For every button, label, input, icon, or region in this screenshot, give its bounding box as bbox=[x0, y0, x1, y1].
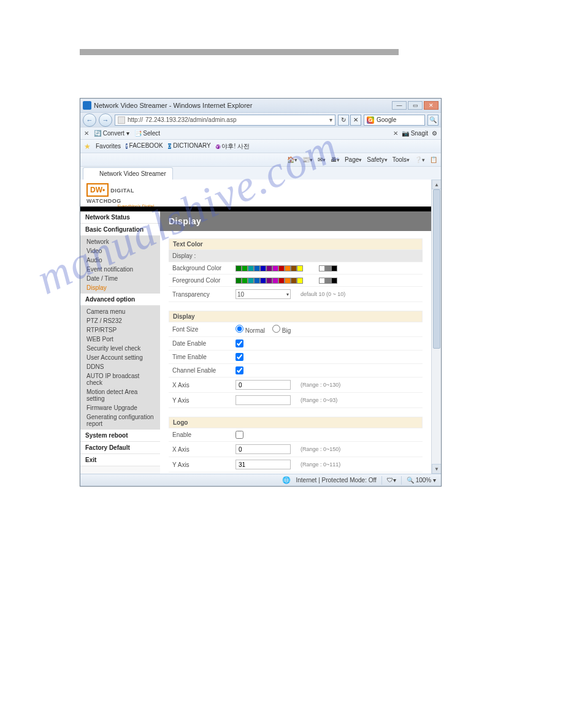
color-swatch[interactable] bbox=[248, 265, 254, 271]
sidebar-advanced-option[interactable]: Advanced option bbox=[80, 294, 160, 306]
home-button[interactable]: 🏠▾ bbox=[287, 156, 297, 163]
back-button[interactable]: ← bbox=[83, 113, 96, 127]
zoom-control[interactable]: 🔍 100% ▾ bbox=[407, 477, 436, 483]
dictionary-bookmark[interactable]: D DICTIONARY bbox=[168, 142, 211, 150]
color-swatch[interactable] bbox=[272, 278, 278, 284]
color-swatch[interactable] bbox=[242, 278, 248, 284]
sidebar-item-ddns[interactable]: DDNS bbox=[80, 362, 160, 371]
sidebar-item-web-port[interactable]: WEB Port bbox=[80, 335, 160, 344]
color-swatch[interactable] bbox=[236, 278, 242, 284]
sidebar-item-motion-detect-area-setting[interactable]: Motion detect Area setting bbox=[80, 387, 160, 403]
logo-enable-checkbox[interactable] bbox=[236, 431, 243, 439]
browser-search-box[interactable]: G Google bbox=[364, 115, 425, 126]
scroll-down-button[interactable]: ▼ bbox=[432, 464, 441, 474]
fg-color-picker-secondary[interactable] bbox=[319, 278, 337, 284]
page-menu[interactable]: Page▾ bbox=[345, 156, 362, 163]
color-swatch[interactable] bbox=[260, 278, 266, 284]
color-swatch[interactable] bbox=[278, 278, 285, 284]
window-maximize-button[interactable]: ▭ bbox=[408, 101, 423, 110]
snagit-button[interactable]: 📷 Snagit bbox=[402, 130, 428, 137]
protected-mode-icon[interactable]: 🛡▾ bbox=[387, 477, 396, 483]
sidebar-item-firmware-upgrade[interactable]: Firmware Upgrade bbox=[80, 403, 160, 412]
print-button[interactable]: 🖶▾ bbox=[331, 156, 340, 163]
sidebar-system-reboot[interactable]: System reboot bbox=[80, 430, 160, 442]
yaxis-input[interactable] bbox=[236, 395, 291, 405]
color-swatch[interactable] bbox=[331, 265, 337, 271]
sidebar-item-generating-configuration-report[interactable]: Generating configuration report bbox=[80, 412, 160, 428]
color-swatch[interactable] bbox=[291, 265, 297, 271]
vertical-scrollbar[interactable]: ▲ ▼ bbox=[431, 180, 441, 474]
color-swatch[interactable] bbox=[254, 278, 260, 284]
date-enable-checkbox[interactable] bbox=[236, 339, 243, 347]
help-button[interactable]: ❔▾ bbox=[415, 156, 425, 163]
sidebar-exit[interactable]: Exit bbox=[80, 454, 160, 466]
favorites-label[interactable]: Favorites bbox=[96, 143, 121, 150]
scroll-track[interactable] bbox=[432, 189, 441, 464]
facebook-bookmark[interactable]: f FACEBOOK bbox=[126, 142, 163, 150]
logo-y-input[interactable] bbox=[236, 460, 291, 469]
extra-button[interactable]: 📋 bbox=[430, 156, 437, 163]
addon-close-button[interactable]: ✕ bbox=[84, 130, 89, 137]
color-swatch[interactable] bbox=[272, 265, 278, 271]
sidebar-item-ptz-rs232[interactable]: PTZ / RS232 bbox=[80, 316, 160, 325]
radio-big[interactable] bbox=[272, 325, 280, 333]
address-dropdown-icon[interactable]: ▾ bbox=[329, 116, 332, 123]
color-swatch[interactable] bbox=[248, 278, 254, 284]
color-swatch[interactable] bbox=[319, 265, 325, 271]
color-swatch[interactable] bbox=[319, 278, 325, 284]
color-swatch[interactable] bbox=[266, 278, 272, 284]
color-swatch[interactable] bbox=[297, 278, 303, 284]
sidebar-item-display[interactable]: Display bbox=[80, 283, 160, 292]
sidebar-item-security-level-check[interactable]: Security level check bbox=[80, 344, 160, 353]
convert-button[interactable]: 🔄 Convert ▾ bbox=[94, 130, 129, 137]
sidebar-item-network[interactable]: Network bbox=[80, 237, 160, 246]
color-swatch[interactable] bbox=[266, 265, 272, 271]
sidebar-item-auto-ip-broadcast-check[interactable]: AUTO IP broadcast check bbox=[80, 371, 160, 387]
color-swatch[interactable] bbox=[331, 278, 337, 284]
color-swatch[interactable] bbox=[285, 265, 291, 271]
sidebar-item-camera-menu[interactable]: Camera menu bbox=[80, 307, 160, 316]
forward-button[interactable]: → bbox=[99, 113, 112, 127]
sidebar-item-audio[interactable]: Audio bbox=[80, 256, 160, 265]
color-swatch[interactable] bbox=[278, 265, 285, 271]
radio-normal[interactable] bbox=[236, 325, 243, 333]
color-swatch[interactable] bbox=[325, 278, 331, 284]
feeds-button[interactable]: 📰▾ bbox=[302, 156, 313, 163]
bg-color-picker[interactable] bbox=[236, 265, 303, 271]
safety-menu[interactable]: Safety▾ bbox=[367, 156, 387, 163]
color-swatch[interactable] bbox=[291, 278, 297, 284]
stop-button[interactable]: ✕ bbox=[350, 115, 361, 126]
sidebar-basic-config[interactable]: Basic Configuration bbox=[80, 224, 160, 236]
mail-button[interactable]: ✉▾ bbox=[318, 156, 326, 163]
yahoo-bookmark[interactable]: Y! 야후! 사전 bbox=[216, 142, 250, 151]
logo-x-input[interactable] bbox=[236, 444, 291, 454]
address-bar[interactable]: http:// 72.243.193.232/admin/admin.asp ▾ bbox=[115, 115, 335, 126]
time-enable-checkbox[interactable] bbox=[236, 353, 243, 361]
tools-menu[interactable]: Tools▾ bbox=[393, 156, 410, 163]
sidebar-item-user-account-setting[interactable]: User Account setting bbox=[80, 353, 160, 362]
transparency-select[interactable]: 10 ▾ bbox=[236, 289, 291, 299]
font-size-big-radio[interactable]: Big bbox=[272, 325, 291, 334]
snagit-close-button[interactable]: ✕ bbox=[393, 130, 398, 137]
sidebar-item-event-notification[interactable]: Event notification bbox=[80, 265, 160, 274]
sidebar-factory-default[interactable]: Factory Default bbox=[80, 442, 160, 454]
scroll-up-button[interactable]: ▲ bbox=[432, 180, 441, 189]
fg-color-picker[interactable] bbox=[236, 278, 303, 284]
sidebar-item-date-time[interactable]: Date / Time bbox=[80, 274, 160, 283]
refresh-button[interactable]: ↻ bbox=[338, 115, 349, 126]
favorites-star-icon[interactable]: ★ bbox=[84, 142, 91, 151]
color-swatch[interactable] bbox=[236, 265, 242, 271]
color-swatch[interactable] bbox=[285, 278, 291, 284]
color-swatch[interactable] bbox=[242, 265, 248, 271]
sidebar-item-video[interactable]: Video bbox=[80, 246, 160, 256]
window-minimize-button[interactable]: — bbox=[392, 101, 407, 110]
channel-enable-checkbox[interactable] bbox=[236, 366, 243, 374]
sidebar-network-status[interactable]: Network Status bbox=[80, 211, 160, 224]
select-button[interactable]: 📑 Select bbox=[134, 130, 161, 137]
font-size-normal-radio[interactable]: Normal bbox=[236, 325, 265, 334]
color-swatch[interactable] bbox=[297, 265, 303, 271]
color-swatch[interactable] bbox=[260, 265, 266, 271]
color-swatch[interactable] bbox=[254, 265, 260, 271]
scroll-thumb[interactable] bbox=[433, 189, 440, 349]
snagit-settings-button[interactable]: ⚙ bbox=[432, 130, 437, 137]
